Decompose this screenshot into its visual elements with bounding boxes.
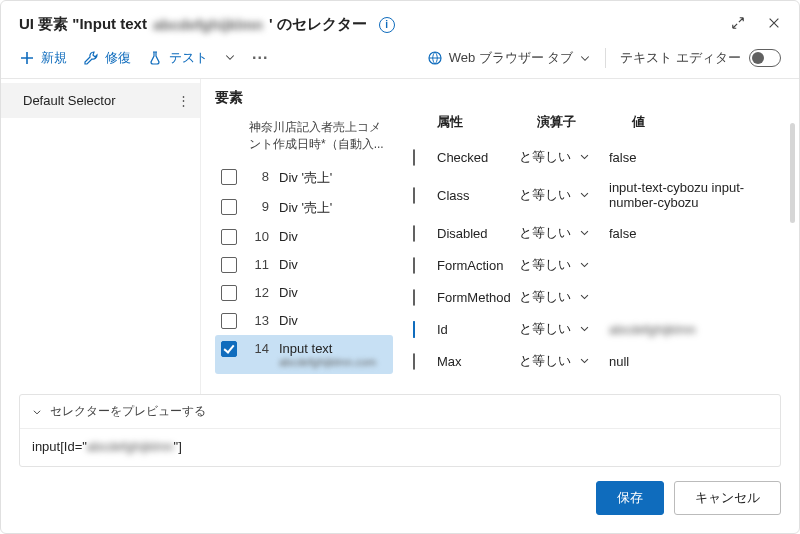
checkbox[interactable] (221, 169, 237, 185)
more-button[interactable]: ··· (252, 49, 268, 67)
attr-operator[interactable]: と等しい (519, 320, 579, 338)
attr-name: FormAction (437, 258, 519, 273)
attr-value[interactable]: false (609, 226, 783, 241)
attr-name: FormMethod (437, 290, 519, 305)
attribute-row: Disabledと等しいfalse (413, 217, 783, 249)
attr-operator[interactable]: と等しい (519, 256, 579, 274)
element-row[interactable]: 8Div '売上' (215, 163, 393, 193)
chevron-down-icon (579, 52, 591, 64)
cancel-button[interactable]: キャンセル (674, 481, 781, 515)
attr-name: Max (437, 354, 519, 369)
element-row[interactable]: 14Input textabcdefghijklmn.com (215, 335, 393, 374)
new-label: 新規 (41, 49, 67, 67)
element-path: 神奈川店記入者売上コメント作成日時*（自動入... (215, 115, 393, 163)
element-row[interactable]: 12Div (215, 279, 393, 307)
preview-toggle[interactable]: セレクターをプレビューする (20, 395, 780, 429)
element-row[interactable]: 13Div (215, 307, 393, 335)
attr-value[interactable]: false (609, 150, 783, 165)
browser-tab-dropdown[interactable]: Web ブラウザー タブ (427, 49, 592, 67)
title-prefix: UI 要素 "Input text (19, 15, 147, 34)
element-label: Input textabcdefghijklmn.com (279, 341, 387, 368)
attr-operator[interactable]: と等しい (519, 224, 579, 242)
preview-label: セレクターをプレビューする (50, 403, 206, 420)
attr-operator[interactable]: と等しい (519, 352, 579, 370)
chevron-down-icon[interactable] (579, 258, 609, 273)
toolbar: 新規 修復 テスト ··· Web ブラウザー タブ テキスト エディター (1, 44, 799, 79)
element-label: Div (279, 257, 387, 272)
info-icon[interactable]: i (379, 17, 395, 33)
checkbox[interactable] (221, 313, 237, 329)
element-index: 9 (247, 199, 269, 214)
chevron-down-icon[interactable] (579, 226, 609, 241)
chevron-down-icon[interactable] (579, 150, 609, 165)
browser-tab-label: Web ブラウザー タブ (449, 49, 574, 67)
attr-operator[interactable]: と等しい (519, 148, 579, 166)
attribute-row: Classと等しいinput-text-cybozu input-number-… (413, 173, 783, 217)
checkbox[interactable] (221, 199, 237, 215)
save-button[interactable]: 保存 (596, 481, 664, 515)
attr-value[interactable]: input-text-cybozu input-number-cybozu (609, 180, 783, 210)
checkbox[interactable] (413, 321, 415, 338)
element-index: 10 (247, 229, 269, 244)
element-panel: 要素 神奈川店記入者売上コメント作成日時*（自動入... 8Div '売上'9D… (201, 79, 401, 394)
preview-suffix: "] (174, 439, 182, 454)
dialog-title: UI 要素 "Input text abcdefghijklmn ' のセレクタ… (19, 15, 395, 34)
checkbox[interactable] (221, 257, 237, 273)
divider (605, 48, 606, 68)
more-vertical-icon[interactable]: ⋮ (177, 93, 190, 108)
chevron-down-icon[interactable] (579, 354, 609, 369)
attr-name: Id (437, 322, 519, 337)
new-button[interactable]: 新規 (19, 49, 67, 67)
preview-redacted: abcdefghijklmn (87, 439, 174, 454)
attr-name: Class (437, 188, 519, 203)
selector-dialog: UI 要素 "Input text abcdefghijklmn ' のセレクタ… (0, 0, 800, 534)
text-editor-label: テキスト エディター (620, 49, 741, 67)
attr-operator[interactable]: と等しい (519, 288, 579, 306)
element-row[interactable]: 11Div (215, 251, 393, 279)
checkbox[interactable] (221, 229, 237, 245)
element-label: Div (279, 285, 387, 300)
expand-icon[interactable] (731, 16, 745, 34)
toggle-off-icon[interactable] (749, 49, 781, 67)
col-attr: 属性 (437, 113, 537, 131)
checkbox[interactable] (413, 289, 415, 306)
element-row[interactable]: 9Div '売上' (215, 193, 393, 223)
checkbox[interactable] (221, 341, 237, 357)
chevron-down-icon[interactable] (579, 188, 609, 203)
chevron-down-icon[interactable] (224, 49, 236, 67)
attribute-list: Checkedと等しいfalseClassと等しいinput-text-cybo… (413, 141, 783, 377)
checkbox[interactable] (413, 257, 415, 274)
preview-body: input[Id="abcdefghijklmn"] (20, 429, 780, 466)
col-op: 演算子 (537, 113, 632, 131)
close-icon[interactable] (767, 16, 781, 34)
checkbox[interactable] (413, 187, 415, 204)
selector-item-default[interactable]: Default Selector ⋮ (1, 83, 200, 118)
checkbox[interactable] (413, 353, 415, 370)
checkbox[interactable] (221, 285, 237, 301)
checkbox[interactable] (413, 225, 415, 242)
element-row[interactable]: 10Div (215, 223, 393, 251)
repair-button[interactable]: 修復 (83, 49, 131, 67)
attribute-row: FormMethodと等しい (413, 281, 783, 313)
chevron-down-icon[interactable] (579, 290, 609, 305)
attr-operator[interactable]: と等しい (519, 186, 579, 204)
element-label: Div (279, 229, 387, 244)
col-val: 値 (632, 113, 783, 131)
attribute-row: Checkedと等しいfalse (413, 141, 783, 173)
checkbox[interactable] (413, 149, 415, 166)
chevron-down-icon[interactable] (579, 322, 609, 337)
attr-value[interactable]: null (609, 354, 783, 369)
attr-value[interactable]: abcdefghijklmn (609, 322, 783, 337)
selector-sidebar: Default Selector ⋮ (1, 79, 201, 394)
attr-name: Disabled (437, 226, 519, 241)
element-index: 13 (247, 313, 269, 328)
title-suffix: ' のセレクター (269, 15, 367, 34)
element-index: 12 (247, 285, 269, 300)
test-button[interactable]: テスト (147, 49, 208, 67)
title-redacted: abcdefghijklmn (153, 16, 263, 33)
scrollbar[interactable] (790, 123, 795, 223)
element-index: 8 (247, 169, 269, 184)
attribute-row: Idと等しいabcdefghijklmn (413, 313, 783, 345)
repair-label: 修復 (105, 49, 131, 67)
text-editor-toggle[interactable]: テキスト エディター (620, 49, 781, 67)
